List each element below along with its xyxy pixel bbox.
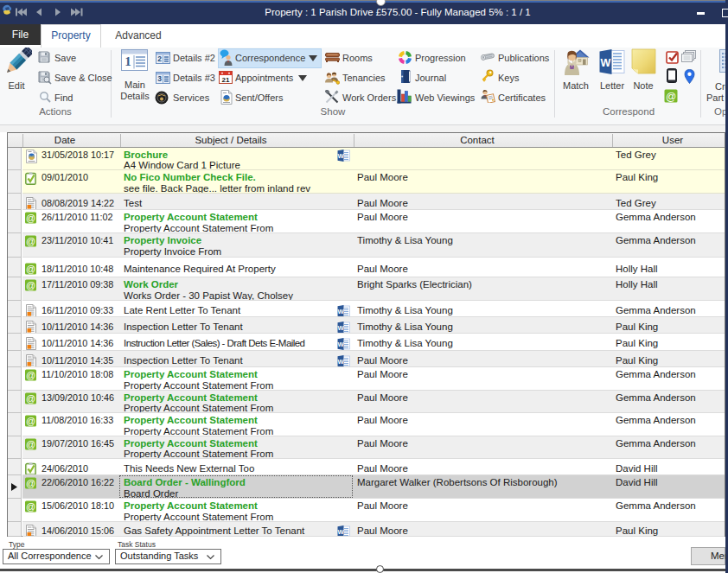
svg-text:@: @ — [26, 280, 35, 290]
svg-text:W: W — [337, 308, 344, 315]
svg-text:W: W — [337, 324, 344, 332]
svg-text:@: @ — [26, 501, 35, 512]
svg-text:@: @ — [666, 91, 676, 103]
svg-text:W: W — [601, 57, 611, 69]
svg-text:@: @ — [26, 393, 35, 404]
svg-text:3: 3 — [157, 74, 162, 83]
svg-text:W: W — [337, 152, 344, 160]
svg-text:21: 21 — [222, 76, 230, 84]
svg-text:@: @ — [26, 478, 35, 488]
svg-text:W: W — [337, 528, 344, 536]
svg-text:@: @ — [26, 416, 35, 426]
svg-text:1: 1 — [125, 54, 131, 68]
svg-text:@: @ — [26, 236, 35, 246]
svg-text:@: @ — [26, 439, 35, 449]
svg-text:@: @ — [26, 264, 35, 274]
svg-text:W: W — [337, 341, 344, 348]
svg-text:W: W — [337, 358, 344, 366]
svg-text:@: @ — [26, 370, 35, 380]
svg-text:2: 2 — [157, 54, 162, 63]
svg-text:@: @ — [26, 213, 35, 223]
